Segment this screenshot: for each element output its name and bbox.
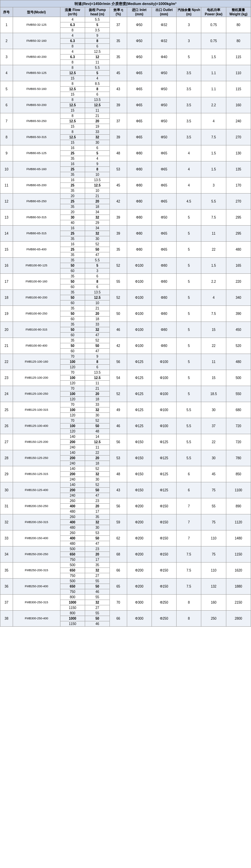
flow-cell: 12.5: [60, 119, 85, 124]
model-cell: FMB80-65-400: [13, 242, 60, 258]
weight-cell: 135: [226, 161, 251, 178]
npsh-cell: 6: [177, 482, 201, 498]
head-cell: 13.5: [85, 97, 109, 103]
flow-cell: 70: [60, 370, 85, 375]
seq-cell: 6: [0, 97, 13, 113]
head-cell: 55: [85, 595, 109, 600]
flow-cell: 35: [60, 188, 85, 193]
efficiency-cell: 54: [110, 370, 127, 386]
efficiency-cell: 50: [110, 306, 127, 322]
weight-header: 整机重量 Weight (kg): [226, 7, 251, 17]
inlet-cell: Φ150: [127, 466, 151, 482]
weight-cell: 1880: [226, 579, 251, 595]
model-cell: FMB80-65-200: [13, 178, 60, 193]
flow-cell: 650: [60, 568, 85, 573]
table-body: 1FMB50-32-12545.537Φ50Φ3230.75806.3583.5…: [0, 17, 251, 627]
table-row: 37FMB300-250-3158005570Φ300Φ25081602150: [0, 595, 251, 600]
weight-cell: 115: [226, 49, 251, 65]
power-cell: 3: [201, 178, 226, 193]
flow-cell: 260: [60, 530, 85, 536]
table-row: 20FMB100-80-315353346Φ100Φ80515450: [0, 322, 251, 327]
weight-cell: 295: [226, 226, 251, 242]
head-cell: 30: [85, 525, 109, 530]
weight-cell: 115: [226, 81, 251, 97]
head-cell: 47: [85, 252, 109, 258]
npsh-cell: 3.5: [177, 65, 201, 81]
flow-cell: 35: [60, 274, 85, 279]
npsh-cell: 3.5: [177, 97, 201, 113]
head-cell: 52: [85, 338, 109, 343]
flow-cell: 35: [60, 252, 85, 258]
outlet-cell: Φ80: [151, 258, 176, 274]
efficiency-cell: 42: [110, 193, 127, 210]
flow-cell: 750: [60, 573, 85, 579]
flow-cell: 140: [60, 482, 85, 488]
flow-cell: 120: [60, 397, 85, 402]
outlet-cell: Φ80: [151, 290, 176, 306]
power-cell: 7.5: [201, 129, 226, 145]
weight-cell: 890: [226, 498, 251, 515]
inlet-cell: Φ50: [127, 49, 151, 65]
head-cell: 14: [85, 434, 109, 439]
head-cell: 12.5: [85, 183, 109, 188]
weight-cell: 480: [226, 354, 251, 370]
efficiency-cell: 37: [110, 113, 127, 129]
inlet-cell: Φ50: [127, 33, 151, 49]
model-cell: FMB100-80-160: [13, 274, 60, 290]
inlet-cell: Φ80: [127, 242, 151, 258]
npsh-cell: 4: [177, 145, 201, 161]
seq-cell: 9: [0, 145, 13, 161]
head-cell: 5.5: [85, 258, 109, 263]
power-cell: 5.5: [201, 193, 226, 210]
head-cell: 18: [85, 461, 109, 466]
flow-cell: 12.5: [60, 87, 85, 92]
seq-cell: 4: [0, 65, 13, 81]
flow-cell: 60: [60, 284, 85, 290]
efficiency-cell: 49: [110, 402, 127, 418]
head-cell: 5: [85, 70, 109, 76]
npsh-cell: 5.5: [177, 418, 201, 434]
power-cell: 1.5: [201, 145, 226, 161]
head-cell: 32: [85, 327, 109, 333]
inlet-cell: Φ200: [127, 530, 151, 547]
efficiency-cell: 53: [110, 161, 127, 178]
npsh-cell: 7.5: [177, 562, 201, 579]
power-cell: 250: [201, 611, 226, 627]
table-row: 18FMB100-80-2003513.552Φ100Φ8054340: [0, 290, 251, 295]
weight-cell: 450: [226, 322, 251, 338]
npsh-cell: 5: [177, 258, 201, 274]
npsh-cell: 3: [177, 33, 201, 49]
head-cell: 47: [85, 333, 109, 338]
head-cell: 5: [85, 151, 109, 156]
head-cell: 11: [85, 60, 109, 65]
head-cell: 6: [85, 92, 109, 97]
flow-cell: 480: [60, 525, 85, 530]
weight-cell: 80: [226, 33, 251, 49]
inlet-cell: Φ125: [127, 354, 151, 370]
table-row: 17FMB100-80-16035655Φ100Φ8052.2220: [0, 274, 251, 279]
weight-cell: 130: [226, 145, 251, 161]
efficiency-cell: 39: [110, 210, 127, 226]
weight-cell: 1120: [226, 515, 251, 530]
table-row: 10FMB80-65-16016953Φ80Φ6541.5135: [0, 161, 251, 167]
head-cell: 17: [85, 557, 109, 562]
seq-cell: 8: [0, 129, 13, 145]
outlet-cell: Φ80: [151, 274, 176, 290]
head-cell: 20: [85, 456, 109, 461]
head-cell: 20: [85, 504, 109, 509]
flow-cell: 35: [60, 258, 85, 263]
model-cell: FMB80-65-125: [13, 145, 60, 161]
head-cell: 3.5: [85, 28, 109, 33]
flow-cell: 200: [60, 488, 85, 493]
flow-cell: 60: [60, 316, 85, 322]
head-cell: 6: [85, 365, 109, 370]
table-row: 35FMB250-200-3155003566Φ200Φ1507.5110162…: [0, 562, 251, 568]
power-header: 电机功率 Power (kw): [201, 7, 226, 17]
weight-cell: 295: [226, 210, 251, 226]
flow-cell: 50: [60, 311, 85, 316]
power-cell: 160: [201, 595, 226, 611]
flow-cell: 120: [60, 365, 85, 370]
efficiency-cell: 66: [110, 611, 127, 627]
model-cell: FMB100-80-125: [13, 258, 60, 274]
head-cell: 11: [85, 381, 109, 386]
